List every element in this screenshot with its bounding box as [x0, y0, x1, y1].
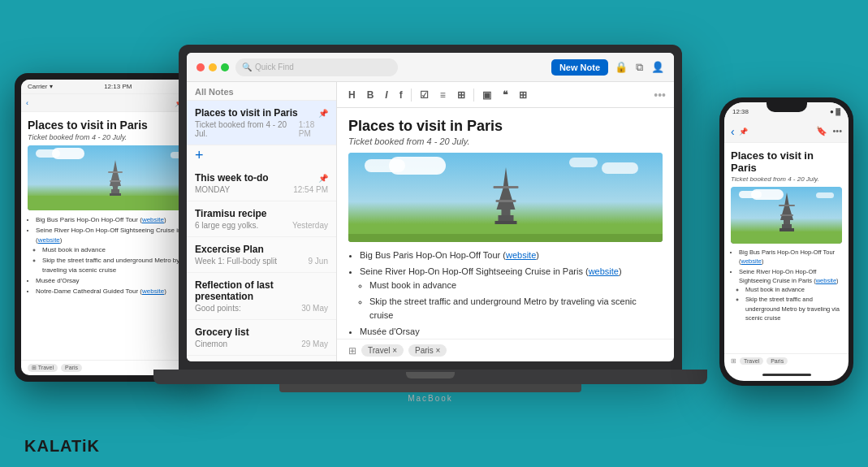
- add-note-button[interactable]: +: [195, 147, 204, 164]
- format-table-button[interactable]: ⊞: [516, 88, 530, 102]
- note-subtitle-text: MONDAY: [195, 185, 230, 194]
- note-subtitle-text: Week 1: Full-body split: [195, 257, 277, 266]
- format-ul-button[interactable]: ≡: [437, 88, 449, 102]
- editor-toolbar: H B I f ☑ ≡ ⊞ ▣ ❝ ⊞ •••: [337, 82, 674, 108]
- phone-note-title: Places to visit in Paris: [731, 149, 842, 174]
- svg-marker-6: [496, 167, 515, 214]
- user-icon[interactable]: 👤: [651, 61, 664, 74]
- svg-marker-0: [110, 160, 121, 189]
- lock-icon[interactable]: 🔒: [615, 61, 628, 74]
- editor-note-title: Places to visit in Paris: [348, 118, 663, 135]
- tablet-tag-travel[interactable]: ⊞ Travel: [28, 364, 58, 372]
- note-item-reflection[interactable]: Reflection of last presentation Good poi…: [187, 273, 336, 320]
- note-item-grocery[interactable]: Grocery list Cinemon 29 May: [187, 320, 336, 356]
- format-f-button[interactable]: f: [396, 88, 406, 102]
- phone-notch: [767, 102, 807, 112]
- laptop-brand: MacBook: [179, 394, 682, 403]
- svg-rect-17: [780, 214, 793, 216]
- traffic-lights: [196, 63, 229, 71]
- phone-pin-icon[interactable]: 📌: [739, 128, 748, 136]
- tablet-note-subtitle: Ticket booked from 4 - 20 July.: [28, 133, 203, 141]
- tablet-note-title: Places to visit in Paris: [28, 119, 203, 132]
- phone-titlebar: ‹ 📌 🔖 •••: [724, 120, 849, 143]
- format-quote-button[interactable]: ❝: [499, 88, 511, 102]
- editor-bullets: Big Bus Paris Hop-On Hop-Off Tour (websi…: [348, 249, 663, 339]
- svg-rect-7: [501, 210, 510, 215]
- titlebar-icons: 🔒 ⧉ 👤: [615, 61, 664, 74]
- svg-rect-4: [108, 171, 123, 173]
- close-window-button[interactable]: [196, 63, 205, 71]
- brand-logo: KALATiK: [24, 437, 100, 456]
- phone-device: 12:38 ● ▓ ‹ 📌 🔖 ••• Places to visit in P…: [719, 97, 853, 386]
- notes-list-panel: All Notes Places to visit in Paris 📌 Tic…: [187, 82, 337, 361]
- tablet-bullets: Big Bus Paris Hop-On Hop-Off Tour (websi…: [28, 215, 203, 296]
- note-subtitle-text: 6 large egg yolks.: [195, 221, 258, 230]
- note-title-text: Excercise Plan: [195, 244, 264, 255]
- note-time: 12:54 PM: [293, 185, 328, 194]
- format-checkbox-button[interactable]: ☑: [417, 88, 432, 102]
- phone-more-icon[interactable]: •••: [832, 126, 842, 136]
- copy-icon[interactable]: ⧉: [636, 61, 643, 74]
- svg-rect-11: [495, 200, 516, 202]
- format-h-button[interactable]: H: [345, 88, 359, 102]
- phone-home-bar: [724, 368, 849, 381]
- note-time: Yesterday: [292, 221, 328, 230]
- note-title-text: Places to visit in Paris: [195, 107, 298, 119]
- more-options-button[interactable]: •••: [654, 89, 666, 102]
- note-item-todo[interactable]: This week to-do 📌 MONDAY 12:54 PM: [187, 166, 336, 201]
- phone-tag-travel[interactable]: Travel: [740, 357, 763, 365]
- svg-rect-10: [493, 186, 518, 188]
- note-item-tiramisu[interactable]: Tiramisu recipe 6 large egg yolks. Yeste…: [187, 201, 336, 237]
- svg-rect-14: [782, 224, 792, 228]
- tablet-note-image: [28, 145, 203, 210]
- format-i-button[interactable]: I: [382, 88, 391, 102]
- editor-note-image: [348, 153, 663, 242]
- note-time: 1:18 PM: [299, 120, 328, 138]
- note-item-exercise[interactable]: Excercise Plan Week 1: Full-body split 9…: [187, 237, 336, 273]
- note-title-text: This week to-do: [195, 172, 269, 184]
- note-editor: H B I f ☑ ≡ ⊞ ▣ ❝ ⊞ •••: [337, 82, 674, 361]
- phone-footer: ⊞ Travel Paris: [724, 353, 849, 368]
- minimize-window-button[interactable]: [209, 63, 217, 71]
- phone-content[interactable]: Places to visit in Paris Ticket booked f…: [724, 143, 849, 353]
- app-titlebar: 🔍 Quick Find New Note 🔒 ⧉ 👤: [187, 53, 674, 82]
- format-image-button[interactable]: ▣: [479, 88, 494, 102]
- svg-rect-8: [498, 215, 513, 221]
- tablet-tag-paris[interactable]: Paris: [61, 364, 82, 372]
- tablet-back-icon[interactable]: ‹: [26, 99, 28, 107]
- editor-note-subtitle: Ticket booked from 4 - 20 July.: [348, 136, 663, 146]
- tag-section-icon: ⊞: [348, 345, 356, 357]
- note-subtitle-text: Good points:: [195, 304, 241, 313]
- new-note-button[interactable]: New Note: [551, 59, 608, 76]
- phone-tag-icon: ⊞: [731, 357, 736, 365]
- svg-rect-2: [111, 189, 119, 193]
- svg-rect-13: [784, 220, 790, 224]
- note-title-text: Tiramisu recipe: [195, 208, 267, 219]
- all-notes-header: All Notes: [187, 82, 336, 101]
- note-subtitle-text: Cinemon: [195, 339, 227, 348]
- editor-content-area[interactable]: Places to visit in Paris Ticket booked f…: [337, 108, 674, 339]
- laptop-device: 🔍 Quick Find New Note 🔒 ⧉ 👤 All Notes: [179, 45, 682, 402]
- tag-travel[interactable]: Travel ×: [361, 344, 404, 357]
- phone-bookmark-icon[interactable]: 🔖: [816, 126, 827, 136]
- tag-paris[interactable]: Paris ×: [408, 344, 447, 357]
- note-subtitle-text: Ticket booked from 4 - 20 Jul.: [195, 120, 299, 138]
- note-item-paris[interactable]: Places to visit in Paris 📌 Ticket booked…: [187, 101, 336, 145]
- svg-rect-5: [110, 180, 121, 182]
- note-time: 9 Jun: [309, 257, 328, 266]
- phone-note-subtitle: Ticket booked from 4 - 20 July.: [731, 175, 842, 183]
- search-icon: 🔍: [242, 63, 252, 71]
- note-item-reading[interactable]: Reading List: [187, 356, 336, 361]
- search-placeholder: Quick Find: [255, 63, 294, 71]
- editor-footer: ⊞ Travel × Paris ×: [337, 339, 674, 361]
- phone-back-button[interactable]: ‹: [731, 125, 735, 138]
- format-ol-button[interactable]: ⊞: [454, 88, 469, 102]
- note-title-text: Reflection of last presentation: [195, 279, 328, 302]
- note-time: 30 May: [301, 304, 328, 313]
- phone-tag-paris[interactable]: Paris: [767, 357, 788, 365]
- quick-find-search[interactable]: 🔍 Quick Find: [235, 58, 398, 76]
- maximize-window-button[interactable]: [221, 63, 229, 71]
- format-b-button[interactable]: B: [364, 88, 378, 102]
- svg-marker-12: [780, 192, 793, 223]
- note-title-text: Grocery list: [195, 326, 249, 338]
